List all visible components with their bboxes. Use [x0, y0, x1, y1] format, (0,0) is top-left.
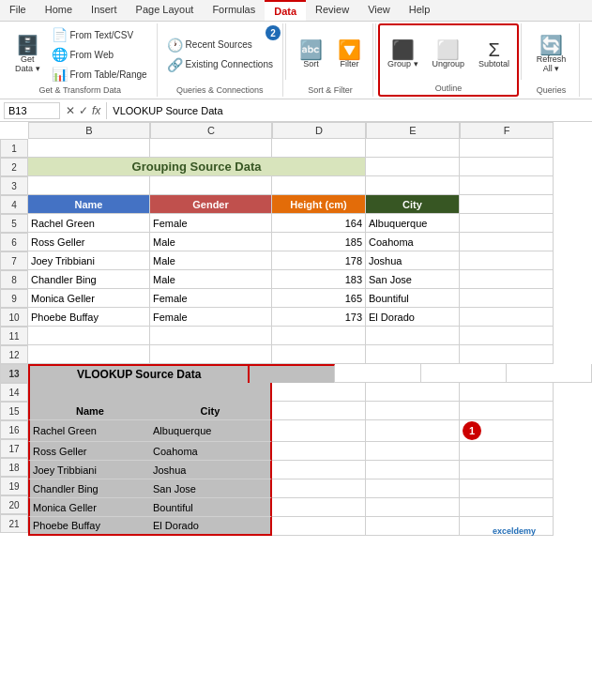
cell-e21[interactable]	[366, 517, 460, 536]
row-header-5[interactable]: 5	[0, 214, 28, 233]
cell-c5[interactable]: Female	[150, 214, 272, 233]
from-text-csv-button[interactable]: 📄 From Text/CSV	[48, 25, 151, 44]
filter-button[interactable]: 🔽 Filter	[332, 37, 367, 72]
cell-f18[interactable]	[460, 461, 554, 479]
cell-f9[interactable]	[460, 289, 554, 308]
tab-formulas[interactable]: Formulas	[203, 0, 265, 21]
cell-d17[interactable]	[272, 442, 366, 461]
cell-c15[interactable]: City	[150, 402, 272, 420]
cell-e1[interactable]	[366, 139, 460, 158]
cell-f10[interactable]	[460, 308, 554, 327]
cell-c9[interactable]: Female	[150, 289, 272, 308]
cell-e19[interactable]	[366, 479, 460, 498]
cell-c13[interactable]	[250, 364, 335, 383]
cell-f15[interactable]	[460, 402, 554, 420]
tab-view[interactable]: View	[358, 0, 400, 21]
cell-f8[interactable]	[460, 270, 554, 289]
cell-d21[interactable]	[272, 517, 366, 536]
cell-c11[interactable]	[150, 327, 272, 345]
get-data-button[interactable]: 🗄️ GetData ▾	[9, 32, 46, 77]
cell-e2[interactable]	[366, 158, 460, 176]
cell-d7[interactable]: 178	[272, 251, 366, 270]
cell-f5[interactable]	[460, 214, 554, 233]
cell-b16[interactable]: Rachel Green	[28, 420, 150, 442]
cell-b15[interactable]: Name	[28, 402, 150, 420]
tab-help[interactable]: Help	[400, 0, 440, 21]
row-header-2[interactable]: 2	[0, 158, 28, 176]
cell-d10[interactable]: 173	[272, 308, 366, 327]
formula-confirm-icon[interactable]: ✓	[79, 104, 88, 117]
row-header-9[interactable]: 9	[0, 289, 28, 308]
cell-c3[interactable]	[150, 176, 272, 195]
cell-e7[interactable]: Joshua	[366, 251, 460, 270]
cell-e13[interactable]	[421, 364, 507, 383]
cell-title[interactable]: Grouping Source Data	[28, 158, 366, 176]
tab-review[interactable]: Review	[306, 0, 358, 21]
cell-c10[interactable]: Female	[150, 308, 272, 327]
tab-page-layout[interactable]: Page Layout	[127, 0, 204, 21]
cell-f4[interactable]	[460, 195, 554, 214]
cell-d5[interactable]: 164	[272, 214, 366, 233]
cell-b21[interactable]: Phoebe Buffay	[28, 517, 150, 536]
cell-b7[interactable]: Joey Tribbiani	[28, 251, 150, 270]
cell-f16[interactable]: 1	[460, 420, 554, 442]
row-header-12[interactable]: 12	[0, 345, 28, 364]
cell-c21[interactable]: El Dorado	[150, 517, 272, 536]
row-header-21[interactable]: 21	[0, 514, 28, 533]
row-header-20[interactable]: 20	[0, 495, 28, 514]
cell-f21[interactable]	[460, 517, 554, 536]
formula-cancel-icon[interactable]: ✕	[66, 104, 75, 117]
subtotal-button[interactable]: Σ Subtotal	[473, 37, 515, 72]
row-header-11[interactable]: 11	[0, 327, 28, 345]
cell-c14[interactable]	[150, 383, 272, 402]
row-header-10[interactable]: 10	[0, 308, 28, 327]
cell-d4-height-header[interactable]: Height (cm)	[272, 195, 366, 214]
cell-b11[interactable]	[28, 327, 150, 345]
row-header-7[interactable]: 7	[0, 251, 28, 270]
cell-e8[interactable]: San Jose	[366, 270, 460, 289]
cell-c19[interactable]: San Jose	[150, 479, 272, 498]
cell-f11[interactable]	[460, 327, 554, 345]
cell-b18[interactable]: Joey Tribbiani	[28, 461, 150, 479]
cell-vlookup-title[interactable]: VLOOKUP Source Data	[28, 364, 250, 383]
row-header-13[interactable]: 13	[0, 364, 28, 383]
cell-d20[interactable]	[272, 498, 366, 517]
cell-e12[interactable]	[366, 345, 460, 364]
row-header-14[interactable]: 14	[0, 383, 28, 402]
cell-d15[interactable]	[272, 402, 366, 420]
cell-c18[interactable]: Joshua	[150, 461, 272, 479]
cell-e11[interactable]	[366, 327, 460, 345]
sort-button[interactable]: 🔤 Sort	[294, 37, 328, 72]
cell-f14[interactable]	[460, 383, 554, 402]
recent-sources-button[interactable]: 🕐 Recent Sources	[163, 36, 277, 54]
cell-b12[interactable]	[28, 345, 150, 364]
cell-f20[interactable]	[460, 498, 554, 517]
cell-e10[interactable]: El Dorado	[366, 308, 460, 327]
group-button[interactable]: ⬛ Group ▾	[382, 37, 424, 72]
cell-c16[interactable]: Albuquerque	[150, 420, 272, 442]
cell-e6[interactable]: Coahoma	[366, 233, 460, 251]
cell-e17[interactable]	[366, 442, 460, 461]
cell-c8[interactable]: Male	[150, 270, 272, 289]
cell-e9[interactable]: Bountiful	[366, 289, 460, 308]
cell-e3[interactable]	[366, 176, 460, 195]
row-header-8[interactable]: 8	[0, 270, 28, 289]
cell-e18[interactable]	[366, 461, 460, 479]
cell-b19[interactable]: Chandler Bing	[28, 479, 150, 498]
tab-file[interactable]: File	[0, 0, 36, 21]
cell-reference[interactable]: B13	[4, 102, 60, 119]
row-header-18[interactable]: 18	[0, 458, 28, 477]
cell-f6[interactable]	[460, 233, 554, 251]
cell-d3[interactable]	[272, 176, 366, 195]
cell-e20[interactable]	[366, 498, 460, 517]
cell-f19[interactable]	[460, 479, 554, 498]
formula-insert-icon[interactable]: fx	[92, 104, 100, 117]
cell-f7[interactable]	[460, 251, 554, 270]
cell-b4-name-header[interactable]: Name	[28, 195, 150, 214]
cell-e15[interactable]	[366, 402, 460, 420]
row-header-15[interactable]: 15	[0, 402, 28, 420]
cell-d14[interactable]	[272, 383, 366, 402]
cell-d6[interactable]: 185	[272, 233, 366, 251]
tab-insert[interactable]: Insert	[82, 0, 127, 21]
cell-f3[interactable]	[460, 176, 554, 195]
